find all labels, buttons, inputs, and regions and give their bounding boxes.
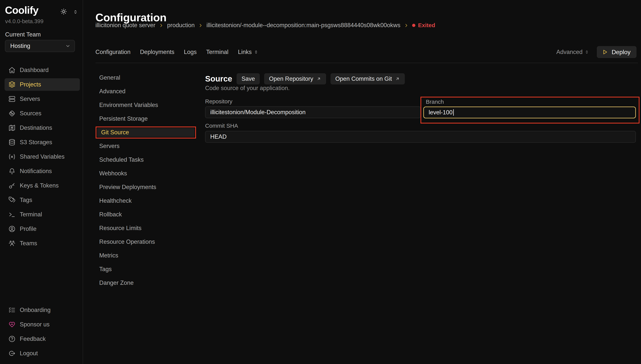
sidebar-item-keys-tokens[interactable]: Keys & Tokens	[0, 178, 83, 193]
subnav-item-webhooks[interactable]: Webhooks	[96, 166, 198, 180]
sidebar-item-destinations[interactable]: Destinations	[0, 121, 83, 135]
commit-sha-input[interactable]: HEAD	[205, 131, 636, 143]
sun-icon[interactable]	[60, 8, 67, 15]
arrow-up-right-icon	[395, 76, 400, 81]
tab-logs[interactable]: Logs	[184, 49, 197, 56]
map-icon	[8, 124, 16, 132]
header-divider	[96, 63, 638, 63]
sidebar-item-servers[interactable]: Servers	[0, 92, 83, 106]
status-badge: Exited	[412, 22, 435, 28]
open-commits-button[interactable]: Open Commits on Git	[331, 73, 405, 84]
subnav-item-metrics[interactable]: Metrics	[96, 249, 198, 262]
save-button[interactable]: Save	[237, 73, 260, 84]
sidebar-item-dashboard[interactable]: Dashboard	[0, 63, 83, 77]
tab-deployments[interactable]: Deployments	[140, 49, 174, 56]
open-repository-button[interactable]: Open Repository	[264, 73, 326, 84]
bell-icon	[8, 168, 16, 175]
subnav-item-environment-variables[interactable]: Environment Variables	[96, 98, 198, 112]
deploy-button[interactable]: Deploy	[597, 46, 636, 58]
subnav-item-advanced[interactable]: Advanced	[96, 84, 198, 98]
chevron-right-icon	[198, 23, 203, 28]
sidebar-item-sources[interactable]: Sources	[0, 106, 83, 121]
subnav-item-resource-limits[interactable]: Resource Limits	[96, 221, 198, 235]
breadcrumb-environment[interactable]: production	[167, 22, 195, 29]
sidebar-item-notifications[interactable]: Notifications	[0, 164, 83, 178]
checklist-icon	[8, 306, 16, 314]
tab-bar: Configuration Deployments Logs Terminal …	[96, 46, 636, 58]
subnav-item-healthcheck[interactable]: Healthcheck	[96, 194, 198, 208]
chevron-right-icon	[159, 23, 164, 28]
play-icon	[602, 49, 608, 55]
layers-icon	[8, 81, 16, 88]
sidebar-item-tags[interactable]: Tags	[0, 193, 83, 207]
sidebar-footer-nav: Onboarding Sponsor us Feedback Logout	[0, 303, 83, 360]
subnav-item-scheduled-tasks[interactable]: Scheduled Tasks	[96, 153, 198, 166]
key-icon	[8, 182, 16, 189]
sidebar-item-onboarding[interactable]: Onboarding	[0, 303, 83, 317]
users-icon	[8, 240, 16, 247]
text-cursor	[453, 109, 454, 116]
source-description: Code source of your application.	[205, 85, 290, 92]
variable-icon	[8, 153, 16, 160]
sidebar-item-shared-variables[interactable]: Shared Variables	[0, 150, 83, 164]
coolify-app: Coolify v4.0.0-beta.399 Current Team Hos…	[0, 0, 641, 364]
terminal-icon	[8, 211, 16, 218]
user-icon	[8, 225, 16, 232]
unfold-icon[interactable]	[73, 9, 78, 15]
tab-configuration[interactable]: Configuration	[96, 49, 130, 56]
home-icon	[8, 66, 16, 74]
branch-label: Branch	[426, 98, 444, 105]
sidebar-nav: Dashboard Projects Servers Sources	[0, 63, 83, 250]
tab-links[interactable]: Links	[238, 49, 259, 56]
subnav-item-servers[interactable]: Servers	[96, 139, 198, 153]
unfold-icon	[584, 50, 589, 54]
tab-terminal[interactable]: Terminal	[206, 49, 229, 56]
breadcrumb-project[interactable]: illicitonion quote server	[96, 22, 155, 29]
chevron-down-icon	[65, 43, 71, 49]
subnav-item-tags[interactable]: Tags	[96, 262, 198, 276]
status-dot	[412, 24, 415, 27]
server-icon	[8, 95, 16, 102]
source-header-row: Source Save Open Repository Open Commits…	[205, 73, 405, 85]
chevron-right-icon	[404, 23, 409, 28]
tags-icon	[8, 196, 16, 204]
breadcrumb-application[interactable]: illicitestonion/-module--decomposition:m…	[206, 22, 400, 29]
logout-icon	[8, 350, 16, 357]
subnav-item-persistent-storage[interactable]: Persistent Storage	[96, 112, 198, 126]
subnav-item-danger-zone[interactable]: Danger Zone	[96, 276, 198, 290]
app-logo[interactable]: Coolify	[5, 4, 39, 16]
sidebar-item-feedback[interactable]: Feedback	[0, 332, 83, 346]
help-icon	[8, 335, 16, 342]
config-subnav: General Advanced Environment Variables P…	[96, 71, 198, 290]
subnav-item-general[interactable]: General	[96, 71, 198, 84]
team-select[interactable]: Hosting	[5, 40, 75, 52]
branch-input[interactable]: level-100	[423, 106, 636, 118]
arrow-up-right-icon	[316, 76, 321, 81]
advanced-dropdown[interactable]: Advanced	[556, 49, 589, 56]
sidebar-item-profile[interactable]: Profile	[0, 222, 83, 236]
source-heading: Source	[205, 74, 232, 84]
subnav-item-git-source[interactable]: Git Source	[96, 126, 198, 139]
sidebar-item-terminal[interactable]: Terminal	[0, 207, 83, 222]
git-source-icon	[8, 110, 16, 117]
sidebar: Coolify v4.0.0-beta.399 Current Team Hos…	[0, 0, 83, 364]
sidebar-item-teams[interactable]: Teams	[0, 236, 83, 250]
sidebar-item-sponsor-us[interactable]: Sponsor us	[0, 317, 83, 332]
sidebar-item-projects[interactable]: Projects	[0, 77, 83, 92]
current-team-label: Current Team	[5, 31, 41, 38]
team-select-value: Hosting	[10, 42, 65, 50]
repository-input[interactable]: illicitestonion/Module-Decomposition	[205, 106, 421, 118]
app-version: v4.0.0-beta.399	[5, 18, 44, 24]
subnav-item-rollback[interactable]: Rollback	[96, 208, 198, 221]
commit-sha-label: Commit SHA	[205, 122, 238, 129]
sidebar-item-logout[interactable]: Logout	[0, 346, 83, 360]
subnav-item-preview-deployments[interactable]: Preview Deployments	[96, 180, 198, 194]
repository-label: Repository	[205, 98, 232, 105]
sidebar-item-s3-storages[interactable]: S3 Storages	[0, 135, 83, 150]
breadcrumb: illicitonion quote server production ill…	[96, 21, 435, 30]
heart-icon	[8, 321, 16, 328]
status-text: Exited	[418, 22, 435, 28]
unfold-icon	[254, 50, 259, 54]
subnav-item-resource-operations[interactable]: Resource Operations	[96, 235, 198, 249]
database-icon	[8, 139, 16, 146]
